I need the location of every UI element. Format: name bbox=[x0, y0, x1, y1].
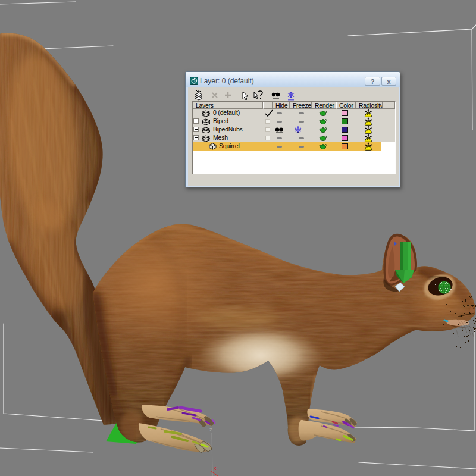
svg-text:z: z bbox=[209, 427, 212, 433]
svg-text:x: x bbox=[214, 465, 217, 471]
